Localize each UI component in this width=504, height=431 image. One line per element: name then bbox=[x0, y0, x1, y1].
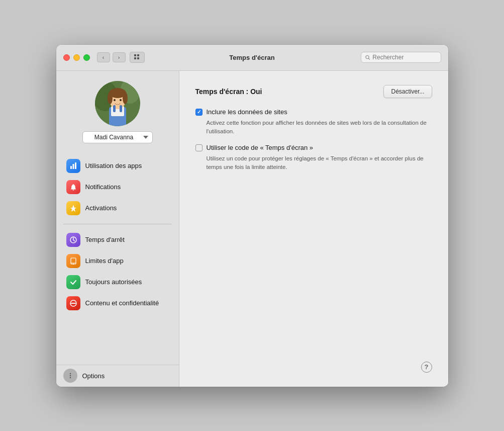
app-limits-icon bbox=[66, 254, 80, 268]
sidebar-label-notifications: Notifications bbox=[85, 183, 121, 191]
sidebar-label-content-privacy: Contenu et confidentialité bbox=[85, 299, 159, 307]
svg-rect-19 bbox=[120, 105, 122, 112]
svg-rect-0 bbox=[134, 54, 136, 56]
main-window: ‹ › Temps d'écran bbox=[56, 45, 448, 387]
svg-rect-22 bbox=[75, 162, 76, 169]
grid-button[interactable] bbox=[130, 52, 145, 63]
sidebar-label-always-allowed: Toujours autorisées bbox=[85, 278, 142, 286]
window-title: Temps d'écran bbox=[229, 54, 274, 61]
svg-point-27 bbox=[72, 264, 74, 265]
sidebar-label-app-usage: Utilisation des apps bbox=[85, 162, 142, 169]
content-privacy-icon bbox=[66, 296, 80, 310]
svg-point-16 bbox=[114, 99, 116, 101]
close-button[interactable] bbox=[63, 54, 70, 61]
nav-buttons: ‹ › bbox=[97, 52, 126, 62]
detail-header: Temps d'écran : Oui Désactiver... bbox=[195, 85, 432, 98]
app-usage-icon bbox=[66, 159, 80, 173]
sidebar-item-activations[interactable]: Activations bbox=[59, 198, 176, 219]
activations-icon bbox=[66, 201, 80, 215]
svg-rect-3 bbox=[137, 57, 139, 59]
include-sites-checkbox[interactable] bbox=[195, 109, 203, 116]
sidebar-item-downtime[interactable]: Temps d'arrêt bbox=[59, 229, 176, 250]
forward-button[interactable]: › bbox=[113, 52, 126, 62]
svg-point-4 bbox=[365, 55, 368, 58]
options-icon bbox=[63, 369, 77, 383]
sidebar-label-activations: Activations bbox=[85, 204, 117, 212]
svg-point-30 bbox=[69, 375, 70, 376]
profile-section: Madi Cavanna bbox=[56, 71, 179, 151]
user-selector[interactable]: Madi Cavanna bbox=[82, 131, 153, 143]
svg-rect-18 bbox=[113, 105, 116, 112]
svg-point-17 bbox=[120, 99, 122, 101]
sidebar: Madi Cavanna Utilisation des apps bbox=[56, 71, 179, 387]
sidebar-item-notifications[interactable]: Notifications bbox=[59, 177, 176, 198]
status-label: Temps d'écran : bbox=[195, 88, 251, 96]
search-icon bbox=[365, 55, 370, 60]
use-code-checkbox[interactable] bbox=[195, 144, 203, 151]
sidebar-divider bbox=[63, 224, 172, 224]
main-content: Madi Cavanna Utilisation des apps bbox=[56, 71, 448, 387]
sidebar-label-app-limits: Limites d'app bbox=[85, 257, 124, 265]
svg-point-32 bbox=[69, 377, 70, 378]
svg-point-31 bbox=[69, 373, 70, 374]
sidebar-item-always-allowed[interactable]: Toujours autorisées bbox=[59, 272, 176, 293]
notifications-icon bbox=[66, 180, 80, 194]
use-code-desc: Utilisez un code pour protéger les régla… bbox=[207, 154, 432, 172]
checkbox-row-2: Utiliser le code de « Temps d'écran » bbox=[195, 144, 432, 151]
status-value: Oui bbox=[250, 88, 262, 96]
traffic-lights bbox=[63, 54, 90, 61]
svg-point-14 bbox=[108, 92, 113, 104]
include-sites-label: Inclure les données de sites bbox=[207, 108, 287, 116]
sidebar-section-1: Utilisation des apps Notifications bbox=[56, 153, 179, 221]
detail-pane: Temps d'écran : Oui Désactiver... Inclur… bbox=[179, 71, 448, 387]
detail-footer: ? bbox=[195, 362, 432, 373]
checkbox-row-1: Inclure les données de sites bbox=[195, 108, 432, 116]
svg-rect-2 bbox=[134, 57, 136, 59]
maximize-button[interactable] bbox=[83, 54, 90, 61]
always-allowed-icon bbox=[66, 275, 80, 289]
include-sites-desc: Activez cette fonction pour afficher les… bbox=[207, 119, 432, 136]
options-button[interactable]: Options bbox=[56, 365, 179, 387]
svg-line-5 bbox=[368, 58, 369, 59]
help-button[interactable]: ? bbox=[421, 362, 432, 373]
sidebar-nav: Utilisation des apps Notifications bbox=[56, 151, 179, 365]
titlebar: ‹ › Temps d'écran bbox=[56, 45, 448, 71]
svg-rect-21 bbox=[72, 164, 74, 169]
screen-time-status: Temps d'écran : Oui bbox=[195, 88, 262, 96]
svg-rect-23 bbox=[72, 190, 74, 191]
sidebar-item-content-privacy[interactable]: Contenu et confidentialité bbox=[59, 293, 176, 314]
sidebar-label-downtime: Temps d'arrêt bbox=[85, 236, 125, 243]
disable-button[interactable]: Désactiver... bbox=[383, 85, 432, 98]
svg-point-15 bbox=[123, 92, 128, 104]
use-code-label: Utiliser le code de « Temps d'écran » bbox=[207, 144, 314, 151]
sidebar-item-app-limits[interactable]: Limites d'app bbox=[59, 250, 176, 272]
svg-rect-1 bbox=[137, 54, 139, 56]
avatar bbox=[95, 81, 140, 126]
minimize-button[interactable] bbox=[73, 54, 80, 61]
search-bar[interactable] bbox=[361, 52, 441, 63]
back-button[interactable]: ‹ bbox=[97, 52, 110, 62]
downtime-icon bbox=[66, 233, 80, 247]
options-label: Options bbox=[82, 372, 105, 380]
sidebar-item-app-usage[interactable]: Utilisation des apps bbox=[59, 155, 176, 177]
svg-rect-20 bbox=[70, 166, 72, 169]
search-input[interactable] bbox=[372, 54, 436, 61]
sidebar-section-2: Temps d'arrêt Limites d'app bbox=[56, 227, 179, 316]
